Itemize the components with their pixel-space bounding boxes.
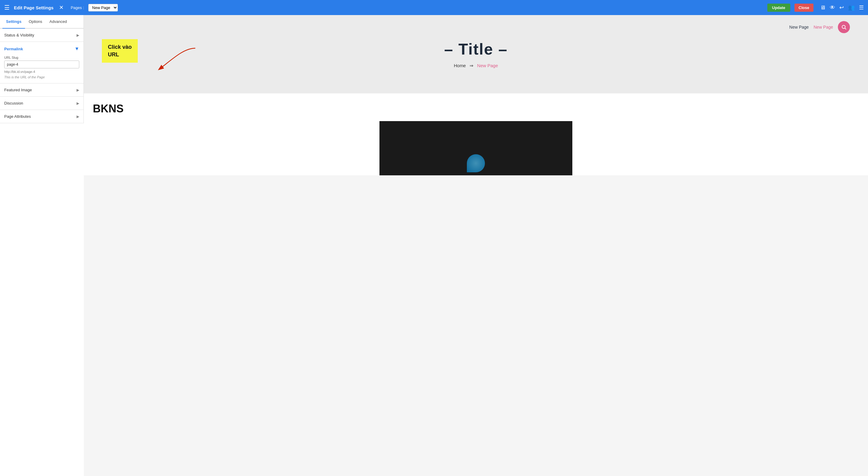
featured-image-preview [379, 121, 572, 175]
featured-image-label: Featured Image [4, 88, 32, 92]
discussion-chevron: ▶ [76, 101, 79, 105]
page-attributes-chevron: ▶ [76, 115, 79, 119]
permalink-label: Permalink [4, 47, 23, 51]
nav-top-right: New Page New Page [789, 21, 850, 33]
page-main-title: – Title – [444, 40, 508, 58]
status-visibility-section: Status & Visibility ▶ [0, 29, 84, 42]
nav-item-new-page-1[interactable]: New Page [789, 25, 809, 30]
preview-icon[interactable]: 👁 [830, 4, 835, 11]
url-description: This is the URL of the Page [4, 75, 79, 79]
tab-advanced[interactable]: Advanced [46, 15, 70, 29]
featured-image-section: Featured Image ▶ [0, 84, 84, 97]
content-area: Click vào URL New Page New Page [84, 15, 868, 476]
page-header-section: Click vào URL New Page New Page [84, 15, 868, 93]
url-link[interactable]: http://bk.id.vn/page-4 [4, 70, 79, 73]
main-layout: Settings Options Advanced Status & Visib… [0, 15, 868, 476]
featured-image-header[interactable]: Featured Image ▶ [0, 84, 84, 96]
sidebar-wrapper: Settings Options Advanced Status & Visib… [0, 15, 84, 476]
page-attributes-section: Page Attributes ▶ [0, 110, 84, 123]
page-attributes-header[interactable]: Page Attributes ▶ [0, 110, 84, 123]
discussion-header[interactable]: Discussion ▶ [0, 97, 84, 110]
permalink-chevron: ▼ [74, 46, 79, 52]
status-visibility-chevron: ▶ [76, 33, 79, 37]
discussion-label: Discussion [4, 101, 23, 105]
annotation-callout: Click vào URL [102, 39, 138, 63]
svg-point-1 [842, 25, 845, 29]
top-bar: ☰ Edit Page Settings ✕ Pages : New Page … [0, 0, 868, 15]
page-attributes-label: Page Attributes [4, 114, 31, 119]
image-decoration [467, 154, 485, 172]
update-button[interactable]: Update [767, 4, 790, 12]
bkns-title: BKNS [93, 102, 859, 115]
undo-icon[interactable]: ↩ [839, 4, 844, 11]
pages-label: Pages : [71, 5, 84, 10]
content-section: BKNS [84, 93, 868, 175]
permalink-expanded: URL Slug http://bk.id.vn/page-4 This is … [0, 56, 84, 83]
annotation-line2: URL [108, 52, 119, 58]
breadcrumb-current: New Page [477, 63, 498, 68]
sidebar: Settings Options Advanced Status & Visib… [0, 15, 84, 123]
permalink-header[interactable]: Permalink ▼ [0, 42, 84, 56]
page-editor-title: Edit Page Settings [14, 5, 54, 10]
close-panel-icon[interactable]: ✕ [59, 4, 64, 11]
close-editor-button[interactable]: Close [795, 4, 813, 12]
top-bar-icons: 🖥 👁 ↩ 👥 ☰ [820, 4, 864, 11]
tab-options[interactable]: Options [25, 15, 46, 29]
discussion-section: Discussion ▶ [0, 97, 84, 110]
annotation-arrow [153, 42, 213, 78]
url-slug-input[interactable] [4, 61, 79, 68]
url-slug-label: URL Slug [4, 56, 79, 59]
desktop-view-icon[interactable]: 🖥 [820, 4, 826, 11]
sidebar-tabs: Settings Options Advanced [0, 15, 84, 29]
users-icon[interactable]: 👥 [848, 4, 855, 11]
nav-item-new-page-2[interactable]: New Page [813, 25, 833, 30]
hamburger-icon[interactable]: ☰ [4, 4, 10, 11]
svg-line-2 [845, 28, 846, 29]
page-breadcrumb: Home ⇒ New Page [454, 63, 498, 68]
breadcrumb-home: Home [454, 63, 466, 68]
breadcrumb-arrow: ⇒ [470, 63, 473, 68]
status-visibility-label: Status & Visibility [4, 33, 34, 37]
menu-icon[interactable]: ☰ [859, 4, 864, 11]
annotation-line1: Click vào [108, 44, 132, 50]
tab-settings[interactable]: Settings [2, 15, 25, 29]
permalink-section: Permalink ▼ URL Slug http://bk.id.vn/pag… [0, 42, 84, 84]
search-button[interactable] [838, 21, 850, 33]
status-visibility-header[interactable]: Status & Visibility ▶ [0, 29, 84, 41]
pages-dropdown[interactable]: New Page [88, 4, 118, 11]
featured-image-chevron: ▶ [76, 88, 79, 92]
